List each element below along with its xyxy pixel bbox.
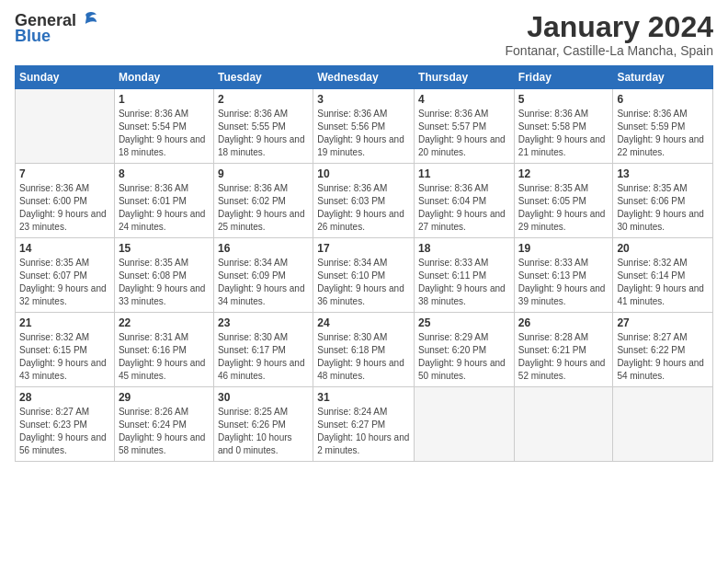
day-info: Sunrise: 8:27 AMSunset: 6:23 PMDaylight:… bbox=[19, 406, 110, 457]
day-number: 5 bbox=[518, 93, 609, 106]
day-number: 27 bbox=[617, 316, 709, 329]
day-cell: 6Sunrise: 8:36 AMSunset: 5:59 PMDaylight… bbox=[613, 89, 713, 164]
day-number: 18 bbox=[418, 242, 510, 255]
day-number: 4 bbox=[418, 93, 510, 106]
day-number: 14 bbox=[19, 242, 110, 255]
day-info: Sunrise: 8:33 AMSunset: 6:13 PMDaylight:… bbox=[518, 257, 609, 308]
day-number: 17 bbox=[317, 242, 410, 255]
day-number: 29 bbox=[119, 391, 210, 404]
day-number: 31 bbox=[317, 391, 410, 404]
day-cell: 8Sunrise: 8:36 AMSunset: 6:01 PMDaylight… bbox=[114, 164, 213, 238]
header-cell-monday: Monday bbox=[114, 66, 213, 89]
day-number: 19 bbox=[518, 242, 609, 255]
logo: General Blue bbox=[15, 11, 98, 46]
day-cell: 26Sunrise: 8:28 AMSunset: 6:21 PMDayligh… bbox=[514, 313, 613, 387]
day-info: Sunrise: 8:34 AMSunset: 6:10 PMDaylight:… bbox=[317, 257, 410, 308]
calendar-table: SundayMondayTuesdayWednesdayThursdayFrid… bbox=[15, 65, 713, 462]
header-cell-thursday: Thursday bbox=[415, 66, 515, 89]
week-row-1: 7Sunrise: 8:36 AMSunset: 6:00 PMDaylight… bbox=[16, 164, 713, 238]
day-info: Sunrise: 8:36 AMSunset: 5:57 PMDaylight:… bbox=[418, 108, 510, 159]
day-number: 9 bbox=[218, 167, 309, 180]
day-cell: 10Sunrise: 8:36 AMSunset: 6:03 PMDayligh… bbox=[313, 164, 415, 238]
day-info: Sunrise: 8:33 AMSunset: 6:11 PMDaylight:… bbox=[418, 257, 510, 308]
header: General Blue January 2024 Fontanar, Cast… bbox=[15, 11, 713, 58]
page-container: General Blue January 2024 Fontanar, Cast… bbox=[0, 0, 728, 469]
day-number: 7 bbox=[19, 167, 110, 180]
day-number: 6 bbox=[617, 93, 709, 106]
week-row-3: 21Sunrise: 8:32 AMSunset: 6:15 PMDayligh… bbox=[16, 313, 713, 387]
header-cell-sunday: Sunday bbox=[16, 66, 115, 89]
day-cell: 31Sunrise: 8:24 AMSunset: 6:27 PMDayligh… bbox=[313, 387, 415, 462]
day-number: 30 bbox=[218, 391, 309, 404]
day-cell: 9Sunrise: 8:36 AMSunset: 6:02 PMDaylight… bbox=[213, 164, 313, 238]
day-info: Sunrise: 8:29 AMSunset: 6:20 PMDaylight:… bbox=[418, 331, 510, 383]
day-info: Sunrise: 8:27 AMSunset: 6:22 PMDaylight:… bbox=[617, 331, 709, 383]
day-info: Sunrise: 8:35 AMSunset: 6:07 PMDaylight:… bbox=[19, 257, 110, 308]
day-cell: 1Sunrise: 8:36 AMSunset: 5:54 PMDaylight… bbox=[114, 89, 213, 164]
day-info: Sunrise: 8:36 AMSunset: 5:54 PMDaylight:… bbox=[119, 108, 210, 159]
day-cell: 29Sunrise: 8:26 AMSunset: 6:24 PMDayligh… bbox=[114, 387, 213, 462]
day-cell: 4Sunrise: 8:36 AMSunset: 5:57 PMDaylight… bbox=[415, 89, 515, 164]
day-info: Sunrise: 8:36 AMSunset: 6:01 PMDaylight:… bbox=[119, 182, 210, 234]
day-cell: 21Sunrise: 8:32 AMSunset: 6:15 PMDayligh… bbox=[16, 313, 115, 387]
day-cell: 17Sunrise: 8:34 AMSunset: 6:10 PMDayligh… bbox=[313, 238, 415, 313]
day-cell: 15Sunrise: 8:35 AMSunset: 6:08 PMDayligh… bbox=[114, 238, 213, 313]
day-info: Sunrise: 8:28 AMSunset: 6:21 PMDaylight:… bbox=[518, 331, 609, 383]
day-info: Sunrise: 8:26 AMSunset: 6:24 PMDaylight:… bbox=[119, 406, 210, 457]
day-info: Sunrise: 8:36 AMSunset: 6:00 PMDaylight:… bbox=[19, 182, 110, 234]
day-number: 3 bbox=[317, 93, 410, 106]
day-number: 12 bbox=[518, 167, 609, 180]
day-cell bbox=[415, 387, 515, 462]
week-row-4: 28Sunrise: 8:27 AMSunset: 6:23 PMDayligh… bbox=[16, 387, 713, 462]
day-number: 20 bbox=[617, 242, 709, 255]
day-number: 11 bbox=[418, 167, 510, 180]
day-cell: 2Sunrise: 8:36 AMSunset: 5:55 PMDaylight… bbox=[213, 89, 313, 164]
header-cell-friday: Friday bbox=[514, 66, 613, 89]
day-cell bbox=[16, 89, 115, 164]
day-cell: 7Sunrise: 8:36 AMSunset: 6:00 PMDaylight… bbox=[16, 164, 115, 238]
day-cell: 28Sunrise: 8:27 AMSunset: 6:23 PMDayligh… bbox=[16, 387, 115, 462]
day-cell: 16Sunrise: 8:34 AMSunset: 6:09 PMDayligh… bbox=[213, 238, 313, 313]
day-cell: 12Sunrise: 8:35 AMSunset: 6:05 PMDayligh… bbox=[514, 164, 613, 238]
day-info: Sunrise: 8:36 AMSunset: 5:59 PMDaylight:… bbox=[617, 108, 709, 159]
day-cell: 18Sunrise: 8:33 AMSunset: 6:11 PMDayligh… bbox=[415, 238, 515, 313]
day-cell: 13Sunrise: 8:35 AMSunset: 6:06 PMDayligh… bbox=[613, 164, 713, 238]
day-info: Sunrise: 8:24 AMSunset: 6:27 PMDaylight:… bbox=[317, 406, 410, 457]
day-cell: 20Sunrise: 8:32 AMSunset: 6:14 PMDayligh… bbox=[613, 238, 713, 313]
day-cell: 25Sunrise: 8:29 AMSunset: 6:20 PMDayligh… bbox=[415, 313, 515, 387]
logo-bird-icon bbox=[78, 9, 98, 29]
day-info: Sunrise: 8:36 AMSunset: 6:03 PMDaylight:… bbox=[317, 182, 410, 234]
day-info: Sunrise: 8:36 AMSunset: 6:04 PMDaylight:… bbox=[418, 182, 510, 234]
day-cell: 30Sunrise: 8:25 AMSunset: 6:26 PMDayligh… bbox=[213, 387, 313, 462]
day-number: 25 bbox=[418, 316, 510, 329]
day-info: Sunrise: 8:36 AMSunset: 5:56 PMDaylight:… bbox=[317, 108, 410, 159]
day-info: Sunrise: 8:36 AMSunset: 5:55 PMDaylight:… bbox=[218, 108, 309, 159]
day-number: 10 bbox=[317, 167, 410, 180]
day-number: 1 bbox=[119, 93, 210, 106]
header-cell-wednesday: Wednesday bbox=[313, 66, 415, 89]
day-number: 28 bbox=[19, 391, 110, 404]
week-row-2: 14Sunrise: 8:35 AMSunset: 6:07 PMDayligh… bbox=[16, 238, 713, 313]
day-info: Sunrise: 8:35 AMSunset: 6:06 PMDaylight:… bbox=[617, 182, 709, 234]
day-info: Sunrise: 8:30 AMSunset: 6:17 PMDaylight:… bbox=[218, 331, 309, 383]
day-number: 21 bbox=[19, 316, 110, 329]
day-info: Sunrise: 8:32 AMSunset: 6:14 PMDaylight:… bbox=[617, 257, 709, 308]
day-cell: 11Sunrise: 8:36 AMSunset: 6:04 PMDayligh… bbox=[415, 164, 515, 238]
month-title: January 2024 bbox=[506, 11, 713, 43]
day-cell: 5Sunrise: 8:36 AMSunset: 5:58 PMDaylight… bbox=[514, 89, 613, 164]
day-info: Sunrise: 8:25 AMSunset: 6:26 PMDaylight:… bbox=[218, 406, 309, 457]
header-cell-tuesday: Tuesday bbox=[213, 66, 313, 89]
header-row: SundayMondayTuesdayWednesdayThursdayFrid… bbox=[16, 66, 713, 89]
day-info: Sunrise: 8:34 AMSunset: 6:09 PMDaylight:… bbox=[218, 257, 309, 308]
day-info: Sunrise: 8:36 AMSunset: 5:58 PMDaylight:… bbox=[518, 108, 609, 159]
day-cell: 22Sunrise: 8:31 AMSunset: 6:16 PMDayligh… bbox=[114, 313, 213, 387]
location: Fontanar, Castille-La Mancha, Spain bbox=[506, 43, 713, 58]
day-number: 22 bbox=[119, 316, 210, 329]
day-info: Sunrise: 8:30 AMSunset: 6:18 PMDaylight:… bbox=[317, 331, 410, 383]
day-info: Sunrise: 8:35 AMSunset: 6:08 PMDaylight:… bbox=[119, 257, 210, 308]
day-info: Sunrise: 8:35 AMSunset: 6:05 PMDaylight:… bbox=[518, 182, 609, 234]
day-cell: 14Sunrise: 8:35 AMSunset: 6:07 PMDayligh… bbox=[16, 238, 115, 313]
day-cell: 3Sunrise: 8:36 AMSunset: 5:56 PMDaylight… bbox=[313, 89, 415, 164]
day-number: 2 bbox=[218, 93, 309, 106]
day-number: 8 bbox=[119, 167, 210, 180]
